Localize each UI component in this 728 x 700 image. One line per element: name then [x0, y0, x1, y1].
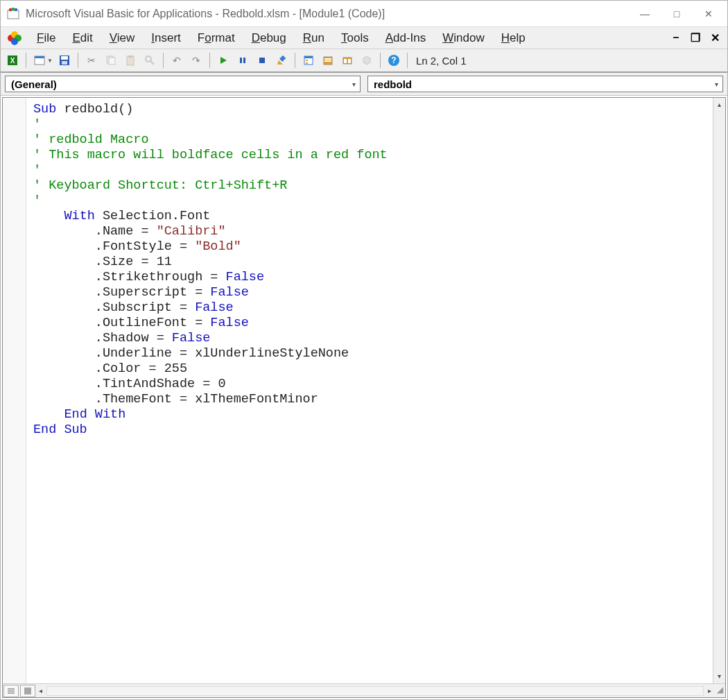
cut-button[interactable]: ✂ [83, 51, 101, 69]
svg-rect-33 [324, 60, 331, 62]
menu-insert[interactable]: Insert [143, 28, 189, 48]
menu-bar: File Edit View Insert Format Debug Run T… [1, 27, 727, 49]
chevron-down-icon: ▾ [715, 80, 718, 88]
menu-help[interactable]: Help [493, 28, 534, 48]
separator [380, 53, 381, 68]
mdi-close-button[interactable]: ✕ [708, 31, 722, 44]
svg-line-20 [150, 61, 154, 65]
minimize-button[interactable]: — [629, 1, 661, 27]
save-button[interactable] [55, 51, 73, 69]
break-button[interactable] [234, 51, 252, 69]
code-margin[interactable] [3, 98, 26, 683]
menu-view[interactable]: View [101, 28, 144, 48]
app-icon [6, 7, 20, 21]
svg-text:?: ? [391, 56, 396, 65]
svg-rect-30 [306, 62, 308, 64]
svg-rect-11 [35, 56, 44, 58]
resize-grip[interactable]: ◢ [714, 685, 725, 697]
scroll-left-icon[interactable]: ◂ [36, 687, 45, 694]
mdi-controls: – ❐ ✕ [669, 31, 727, 44]
separator [295, 53, 295, 68]
paste-button[interactable] [121, 51, 139, 69]
menu-format[interactable]: Format [189, 28, 243, 48]
view-excel-button[interactable]: X [3, 51, 21, 69]
menu-tools[interactable]: Tools [333, 28, 377, 48]
svg-point-2 [12, 8, 15, 10]
full-module-view-button[interactable] [20, 685, 35, 697]
find-button[interactable] [141, 51, 159, 69]
svg-rect-35 [344, 59, 347, 63]
scroll-down-icon[interactable]: ▾ [718, 671, 721, 682]
insert-module-button[interactable] [31, 51, 49, 69]
undo-button[interactable]: ↶ [168, 51, 186, 69]
project-explorer-button[interactable] [300, 51, 318, 69]
design-mode-button[interactable] [272, 51, 291, 69]
chevron-down-icon: ▾ [352, 80, 356, 88]
svg-rect-0 [8, 10, 19, 19]
separator [163, 53, 164, 68]
svg-rect-36 [348, 59, 351, 63]
svg-marker-21 [220, 57, 227, 64]
menu-run[interactable]: Run [295, 28, 333, 48]
svg-point-3 [15, 8, 17, 10]
redo-button[interactable]: ↷ [187, 51, 205, 69]
window-controls: — □ ✕ [629, 1, 725, 27]
menu-edit[interactable]: Edit [64, 28, 101, 48]
menu-file[interactable]: File [28, 28, 64, 48]
separator [209, 53, 210, 68]
scroll-up-icon[interactable]: ▴ [718, 99, 721, 110]
procedure-combo[interactable]: redbold ▾ [367, 76, 723, 92]
copy-button[interactable] [102, 51, 120, 69]
menu-debug[interactable]: Debug [243, 28, 295, 48]
object-combo-value: (General) [11, 78, 352, 90]
svg-rect-29 [306, 60, 308, 61]
toolbar: X ▼ ✂ ↶ ↷ ? L [1, 49, 727, 73]
cursor-position: Ln 2, Col 1 [416, 55, 467, 67]
separator [407, 53, 408, 68]
horizontal-scrollbar[interactable] [46, 686, 704, 696]
object-browser-button[interactable] [338, 51, 356, 69]
run-button[interactable] [214, 51, 232, 69]
svg-rect-24 [259, 58, 265, 63]
menu-window[interactable]: Window [434, 28, 492, 48]
toolbox-button[interactable] [358, 51, 376, 69]
svg-point-19 [146, 56, 151, 62]
code-navigation-bar: (General) ▾ redbold ▾ [1, 73, 727, 96]
svg-rect-16 [109, 58, 115, 65]
mdi-minimize-button[interactable]: – [669, 31, 683, 44]
scroll-right-icon[interactable]: ▸ [705, 687, 714, 694]
svg-rect-18 [128, 56, 132, 58]
svg-rect-14 [62, 61, 67, 65]
svg-rect-26 [279, 56, 286, 62]
vertical-scrollbar[interactable]: ▴ ▾ [713, 98, 725, 683]
svg-rect-23 [243, 58, 245, 63]
svg-rect-22 [240, 58, 242, 63]
svg-point-7 [11, 38, 18, 45]
separator [26, 53, 26, 68]
mdi-restore-button[interactable]: ❐ [688, 31, 702, 44]
maximize-button[interactable]: □ [661, 1, 693, 27]
object-combo[interactable]: (General) ▾ [5, 76, 361, 92]
properties-button[interactable] [319, 51, 337, 69]
close-button[interactable]: ✕ [693, 1, 725, 27]
svg-point-1 [9, 8, 12, 10]
procedure-view-button[interactable] [3, 685, 19, 697]
insert-dropdown[interactable]: ▼ [47, 58, 54, 64]
svg-rect-28 [304, 56, 313, 58]
help-button[interactable]: ? [385, 51, 403, 69]
vba-icon [5, 28, 24, 48]
svg-rect-13 [61, 56, 68, 60]
menu-addins[interactable]: Add-Ins [377, 28, 435, 48]
code-window-footer: ◂ ▸ ◢ [3, 683, 725, 697]
code-window: Sub redbold() ' ' redbold Macro ' This m… [2, 97, 726, 698]
procedure-combo-value: redbold [374, 78, 715, 90]
code-editor[interactable]: Sub redbold() ' ' redbold Macro ' This m… [26, 98, 713, 683]
title-bar: Microsoft Visual Basic for Applications … [1, 1, 727, 27]
separator [78, 53, 78, 68]
svg-rect-32 [324, 58, 331, 60]
reset-button[interactable] [253, 51, 271, 69]
window-title: Microsoft Visual Basic for Applications … [26, 8, 629, 20]
svg-text:X: X [10, 57, 15, 65]
